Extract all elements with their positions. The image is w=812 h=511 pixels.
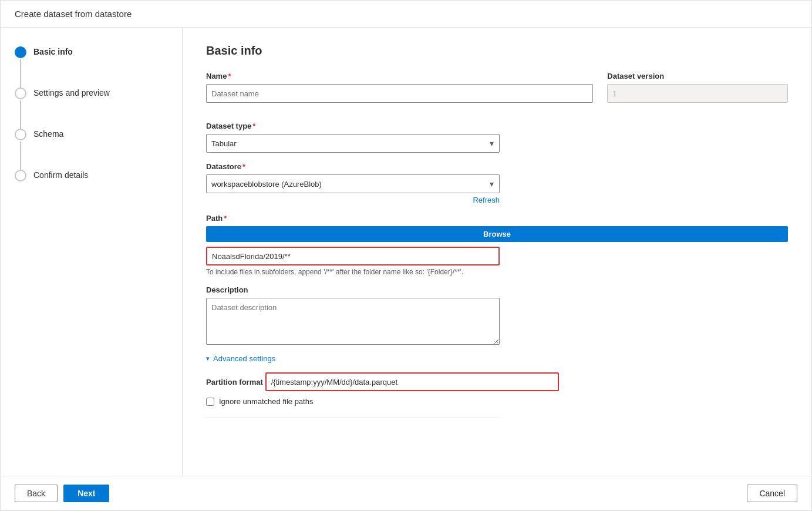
step-confirm-details: Confirm details	[15, 170, 168, 181]
name-label: Name*	[206, 72, 593, 80]
refresh-link[interactable]: Refresh	[206, 196, 500, 204]
ignore-unmatched-row: Ignore unmatched file paths	[206, 397, 788, 406]
step-circle-4	[15, 170, 26, 181]
version-group: Dataset version	[607, 72, 788, 103]
name-group: Name*	[206, 72, 593, 103]
step-label-confirm-details: Confirm details	[33, 170, 88, 180]
datastore-group: Datastore* workspaceblobstore (AzureBlob…	[206, 162, 788, 204]
step-schema: Schema	[15, 129, 168, 170]
step-settings-preview: Settings and preview	[15, 88, 168, 129]
step-line-1	[20, 59, 21, 88]
path-required-star: *	[224, 214, 227, 223]
step-line-2	[20, 100, 21, 129]
datastore-required-star: *	[242, 162, 245, 171]
partition-format-input[interactable]	[265, 372, 559, 391]
ignore-unmatched-label: Ignore unmatched file paths	[219, 397, 313, 406]
path-input-wrapper: To include files in subfolders, append '…	[206, 247, 788, 276]
path-label: Path*	[206, 214, 788, 223]
partition-section: Partition format Ignore unmatched file p…	[206, 372, 788, 406]
advanced-settings-chevron-icon: ▾	[206, 355, 210, 362]
description-group: Description	[206, 285, 788, 345]
dataset-type-required-star: *	[252, 122, 255, 130]
step-label-basic-info: Basic info	[33, 46, 73, 86]
datastore-select[interactable]: workspaceblobstore (AzureBlob)	[206, 174, 500, 193]
step-circle-2	[15, 88, 26, 99]
page-title: Create dataset from datastore	[15, 9, 132, 19]
step-indicator-col-2	[15, 88, 26, 129]
browse-button[interactable]: Browse	[206, 226, 788, 242]
page-header: Create dataset from datastore	[1, 1, 811, 28]
advanced-settings-label: Advanced settings	[213, 354, 275, 363]
dataset-type-select[interactable]: Tabular File	[206, 134, 500, 153]
path-input[interactable]	[206, 247, 500, 265]
next-button[interactable]: Next	[63, 485, 109, 502]
path-group: Path* Browse To include files in subfold…	[206, 214, 788, 276]
name-required-star: *	[228, 72, 231, 80]
step-indicator-col-3	[15, 129, 26, 170]
step-line-3	[20, 142, 21, 170]
step-indicator-col-1	[15, 46, 26, 88]
datastore-select-wrapper[interactable]: workspaceblobstore (AzureBlob) ▾	[206, 174, 500, 193]
ignore-unmatched-checkbox[interactable]	[206, 398, 214, 406]
section-title: Basic info	[206, 44, 788, 58]
main-content: Basic info Name* Dataset version Dataset…	[183, 28, 811, 476]
description-textarea[interactable]	[206, 298, 500, 345]
dataset-type-group: Dataset type* Tabular File ▾	[206, 122, 788, 153]
dataset-type-select-wrapper[interactable]: Tabular File ▾	[206, 134, 500, 153]
steps-sidebar: Basic info Settings and preview Schema	[1, 28, 183, 476]
cancel-button[interactable]: Cancel	[747, 485, 797, 502]
advanced-settings-toggle[interactable]: ▾ Advanced settings	[206, 354, 788, 363]
name-input[interactable]	[206, 84, 593, 103]
step-circle-3	[15, 129, 26, 140]
description-label: Description	[206, 285, 788, 294]
name-version-row: Name* Dataset version	[206, 72, 788, 112]
step-label-settings-preview: Settings and preview	[33, 88, 110, 127]
step-label-schema: Schema	[33, 129, 63, 168]
content-divider	[206, 418, 500, 418]
dataset-version-input	[607, 84, 788, 103]
step-basic-info: Basic info	[15, 46, 168, 88]
path-hint: To include files in subfolders, append '…	[206, 268, 788, 276]
step-indicator-col-4	[15, 170, 26, 181]
page-footer: Back Next Cancel	[1, 476, 811, 510]
dataset-version-label: Dataset version	[607, 72, 788, 80]
footer-left: Back Next	[15, 485, 109, 502]
dataset-type-label: Dataset type*	[206, 122, 788, 130]
datastore-label: Datastore*	[206, 162, 788, 171]
step-circle-1	[15, 46, 26, 58]
partition-format-label: Partition format	[206, 378, 263, 386]
back-button[interactable]: Back	[15, 485, 58, 502]
